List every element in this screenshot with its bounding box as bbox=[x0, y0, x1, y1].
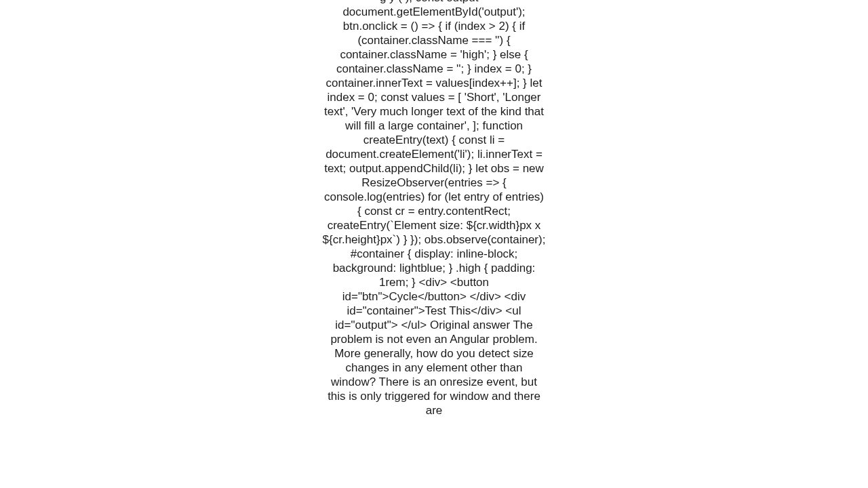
original-answer-body: The problem is not even an Angular probl… bbox=[328, 319, 540, 417]
code-js-block: const output = document.getElementById('… bbox=[323, 0, 546, 246]
original-answer-heading: Original answer bbox=[430, 319, 513, 331]
answer-text-column: g y ( ); const output = document.getElem… bbox=[322, 0, 546, 418]
viewport: g y ( ); const output = document.getElem… bbox=[0, 0, 868, 488]
code-fragment-top: g y ( ); bbox=[380, 0, 412, 4]
